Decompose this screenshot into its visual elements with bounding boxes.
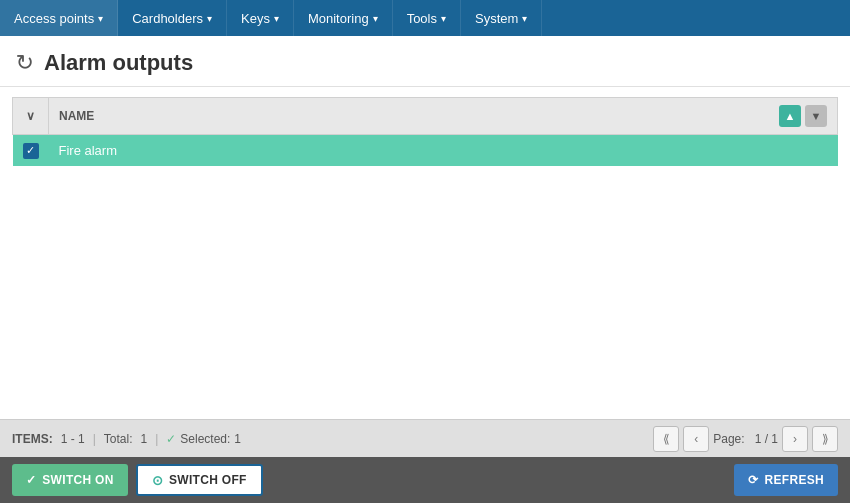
prev-page-button[interactable]: ‹ [683,426,709,452]
nav-access-points[interactable]: Access points ▾ [0,0,118,36]
switch-off-icon: ⊙ [152,473,163,488]
selected-value: 1 [234,432,241,446]
alarm-outputs-icon: ↺ [16,50,34,76]
page-label: Page: 1 / 1 [713,432,778,446]
nav-keys[interactable]: Keys ▾ [227,0,294,36]
table-header-actions: ▲ ▼ [779,105,827,127]
first-page-button[interactable]: ⟪ [653,426,679,452]
nav-keys-label: Keys [241,11,270,26]
next-page-button[interactable]: › [782,426,808,452]
last-page-button[interactable]: ⟫ [812,426,838,452]
nav-cardholders-caret: ▾ [207,13,212,24]
name-column-label: NAME [59,109,94,123]
nav-system-label: System [475,11,518,26]
switch-on-label: SWITCH ON [42,473,113,487]
items-range: 1 - 1 [61,432,85,446]
nav-monitoring-label: Monitoring [308,11,369,26]
nav-monitoring[interactable]: Monitoring ▾ [294,0,393,36]
items-label: ITEMS: [12,432,53,446]
selected-check-icon: ✓ [166,432,176,446]
page-content: ↺ Alarm outputs ∨ NAME ▲ ▼ [0,36,850,457]
nav-system-caret: ▾ [522,13,527,24]
nav-tools[interactable]: Tools ▾ [393,0,461,36]
page-header: ↺ Alarm outputs [0,36,850,87]
row-checkbox[interactable]: ✓ [23,143,39,159]
table-header-row: ∨ NAME ▲ ▼ [13,98,838,135]
switch-off-button[interactable]: ⊙ SWITCH OFF [136,464,263,496]
nav-tools-label: Tools [407,11,437,26]
top-nav: Access points ▾ Cardholders ▾ Keys ▾ Mon… [0,0,850,36]
pagination-bar: ITEMS: 1 - 1 | Total: 1 | ✓ Selected: 1 … [0,419,850,457]
action-bar: ✓ SWITCH ON ⊙ SWITCH OFF ⟳ REFRESH [0,457,850,503]
alarm-outputs-table: ∨ NAME ▲ ▼ [12,97,838,166]
nav-cardholders-label: Cardholders [132,11,203,26]
footer-divider-2: | [155,432,158,446]
footer-divider-1: | [93,432,96,446]
nav-keys-caret: ▾ [274,13,279,24]
table-filter-button[interactable]: ▼ [805,105,827,127]
nav-access-points-caret: ▾ [98,13,103,24]
total-label: Total: [104,432,133,446]
nav-access-points-label: Access points [14,11,94,26]
nav-tools-caret: ▾ [441,13,446,24]
nav-cardholders[interactable]: Cardholders ▾ [118,0,227,36]
selected-info: ✓ Selected: 1 [166,432,241,446]
row-checkbox-cell[interactable]: ✓ [13,135,49,166]
page-navigation: ⟪ ‹ Page: 1 / 1 › ⟫ [653,426,838,452]
refresh-label: REFRESH [765,473,824,487]
page-title: Alarm outputs [44,50,193,76]
col-name-header: NAME ▲ ▼ [49,98,838,135]
refresh-button[interactable]: ⟳ REFRESH [734,464,838,496]
expand-icon: ∨ [26,109,35,123]
switch-on-check-icon: ✓ [26,473,36,487]
table-row[interactable]: ✓ Fire alarm [13,135,838,166]
col-expand-header[interactable]: ∨ [13,98,49,135]
refresh-icon: ⟳ [748,473,758,487]
table-sort-button[interactable]: ▲ [779,105,801,127]
table-area: ∨ NAME ▲ ▼ [0,87,850,419]
switch-on-button[interactable]: ✓ SWITCH ON [12,464,128,496]
nav-system[interactable]: System ▾ [461,0,542,36]
nav-monitoring-caret: ▾ [373,13,378,24]
row-name: Fire alarm [49,135,838,166]
selected-label: Selected: [180,432,230,446]
switch-off-label: SWITCH OFF [169,473,247,487]
total-value: 1 [141,432,148,446]
